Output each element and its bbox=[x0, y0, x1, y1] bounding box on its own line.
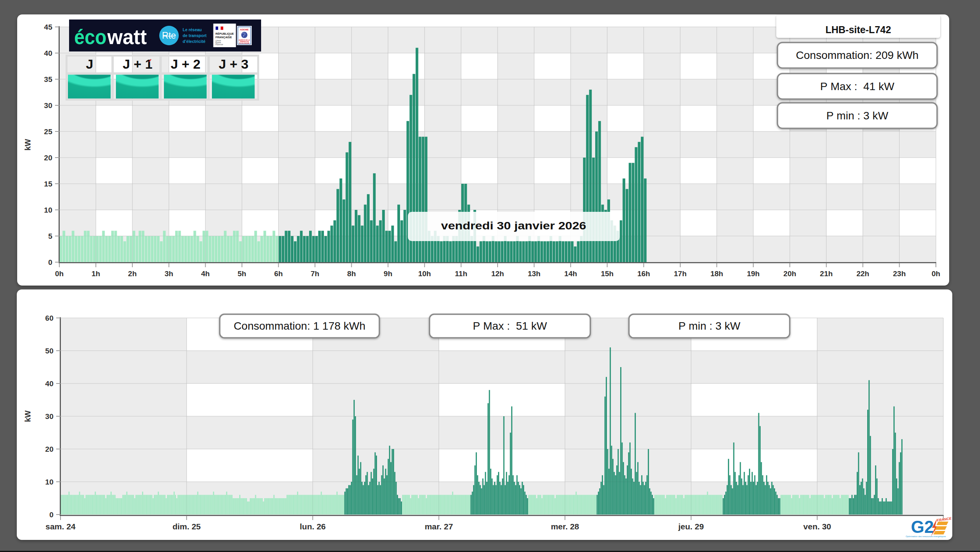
svg-text:8h: 8h bbox=[347, 270, 356, 278]
svg-text:5: 5 bbox=[48, 232, 52, 240]
svg-text:11h: 11h bbox=[455, 270, 468, 278]
svg-text:0: 0 bbox=[49, 511, 53, 519]
svg-text:ven. 30: ven. 30 bbox=[803, 522, 831, 531]
svg-text:10h: 10h bbox=[418, 270, 431, 278]
svg-text:15h: 15h bbox=[601, 270, 614, 278]
svg-text:J: J bbox=[86, 57, 93, 71]
svg-text:kW: kW bbox=[23, 410, 32, 422]
svg-text:16h: 16h bbox=[637, 270, 650, 278]
svg-text:25: 25 bbox=[44, 128, 53, 136]
svg-text:éco: éco bbox=[74, 25, 107, 48]
svg-text:G2: G2 bbox=[911, 517, 934, 536]
svg-text:30: 30 bbox=[45, 412, 53, 421]
svg-text:lun. 26: lun. 26 bbox=[300, 522, 326, 531]
svg-text:jeu. 29: jeu. 29 bbox=[678, 522, 704, 531]
svg-text:40: 40 bbox=[45, 380, 53, 388]
svg-text:P min : 3 kW: P min : 3 kW bbox=[678, 320, 740, 332]
svg-text:20: 20 bbox=[44, 154, 52, 162]
svg-text:3h: 3h bbox=[165, 270, 173, 278]
svg-text:Consommation: 209 kWh: Consommation: 209 kWh bbox=[796, 49, 918, 61]
svg-text:Consommation: 1 178 kWh: Consommation: 1 178 kWh bbox=[234, 320, 366, 332]
svg-text:7h: 7h bbox=[311, 270, 319, 278]
svg-text:20: 20 bbox=[45, 445, 53, 453]
svg-text:P Max : 51 kW: P Max : 51 kW bbox=[473, 320, 547, 332]
svg-text:P min : 3 kW: P min : 3 kW bbox=[826, 110, 888, 122]
svg-text:Rte: Rte bbox=[162, 30, 176, 41]
svg-text:10: 10 bbox=[45, 478, 53, 486]
svg-text:Optimisation des ressources én: Optimisation des ressources énergétiques bbox=[906, 535, 946, 538]
svg-text:15: 15 bbox=[44, 180, 53, 188]
svg-text:ÉCOLOGIQUE: ÉCOLOGIQUE bbox=[239, 42, 249, 44]
svg-text:de transport: de transport bbox=[183, 33, 207, 38]
svg-text:J + 3: J + 3 bbox=[219, 57, 249, 71]
svg-text:14h: 14h bbox=[564, 270, 577, 278]
svg-text:6h: 6h bbox=[274, 270, 283, 278]
svg-text:12h: 12h bbox=[491, 270, 504, 278]
svg-text:mer. 28: mer. 28 bbox=[551, 522, 579, 531]
svg-text:1h: 1h bbox=[92, 270, 100, 278]
svg-text:P Max : 41 kW: P Max : 41 kW bbox=[820, 80, 895, 92]
svg-text:17h: 17h bbox=[674, 270, 687, 278]
svg-text:RÉPUBLIQUE: RÉPUBLIQUE bbox=[215, 32, 234, 35]
svg-text:d’électricité: d’électricité bbox=[183, 39, 206, 44]
svg-text:vendredi 30 janvier 2026: vendredi 30 janvier 2026 bbox=[441, 220, 586, 232]
svg-text:J + 1: J + 1 bbox=[123, 57, 153, 71]
svg-text:0: 0 bbox=[48, 258, 52, 266]
svg-text:dim. 25: dim. 25 bbox=[173, 522, 201, 531]
svg-text:0h: 0h bbox=[55, 270, 64, 278]
svg-text:mar. 27: mar. 27 bbox=[425, 522, 453, 531]
svg-text:22h: 22h bbox=[856, 270, 869, 278]
svg-text:4h: 4h bbox=[201, 270, 210, 278]
svg-text:13h: 13h bbox=[528, 270, 541, 278]
svg-text:2h: 2h bbox=[128, 270, 137, 278]
svg-text:watt: watt bbox=[107, 25, 147, 48]
svg-text:18h: 18h bbox=[710, 270, 723, 278]
svg-text:5h: 5h bbox=[238, 270, 246, 278]
svg-text:23h: 23h bbox=[893, 270, 906, 278]
svg-text:kW: kW bbox=[23, 139, 32, 151]
svg-text:45: 45 bbox=[44, 23, 53, 31]
svg-text:sam. 24: sam. 24 bbox=[45, 522, 75, 531]
svg-text:19h: 19h bbox=[747, 270, 760, 278]
svg-text:50: 50 bbox=[45, 347, 53, 355]
svg-text:40: 40 bbox=[44, 49, 52, 57]
svg-text:21h: 21h bbox=[820, 270, 833, 278]
svg-text:10: 10 bbox=[44, 206, 52, 214]
svg-text:J + 2: J + 2 bbox=[171, 57, 201, 71]
svg-text:35: 35 bbox=[44, 75, 53, 83]
svg-text:30: 30 bbox=[44, 101, 52, 110]
svg-text:Fraternité: Fraternité bbox=[215, 44, 223, 46]
svg-text:20h: 20h bbox=[783, 270, 796, 278]
svg-text:LHB-site-L742: LHB-site-L742 bbox=[825, 24, 891, 35]
svg-text:ADEME: ADEME bbox=[240, 28, 249, 31]
svg-text:0h: 0h bbox=[932, 270, 940, 278]
svg-text:Le réseau: Le réseau bbox=[183, 27, 202, 32]
svg-text:9h: 9h bbox=[384, 270, 392, 278]
svg-text:60: 60 bbox=[45, 314, 53, 322]
svg-text:FRANÇAISE: FRANÇAISE bbox=[215, 35, 232, 39]
